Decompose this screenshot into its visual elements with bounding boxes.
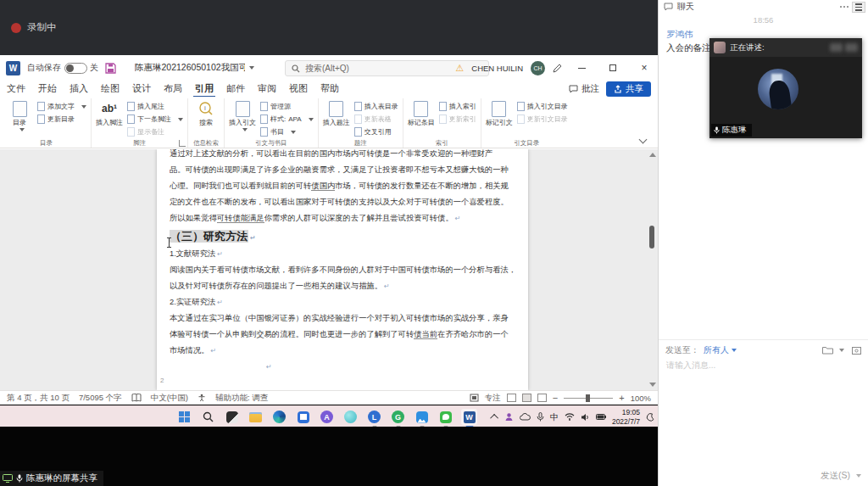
tray-cloud-icon[interactable]: [520, 413, 531, 421]
menu-tab-插入[interactable]: 插入: [70, 82, 88, 95]
zoom-out-button[interactable]: −: [553, 393, 558, 403]
participant-name-tag: 陈惠琳: [711, 124, 752, 137]
next-footnote-button[interactable]: 下一条脚注: [127, 115, 183, 124]
insert-index-button[interactable]: 插入索引: [439, 102, 476, 111]
menu-tab-文件[interactable]: 文件: [7, 82, 25, 95]
insert-table-of-figures-button[interactable]: 插入表目录: [354, 102, 398, 111]
zoom-slider-thumb[interactable]: [586, 394, 590, 402]
send-button[interactable]: 发送(S): [821, 470, 850, 482]
manage-sources-button[interactable]: 管理源: [260, 102, 314, 111]
print-layout-icon[interactable]: [522, 394, 531, 402]
chat-input[interactable]: 请输入消息...: [666, 360, 715, 371]
insert-citation-button[interactable]: 插入引文: [229, 99, 256, 138]
send-file-button[interactable]: [822, 346, 844, 355]
research-search-button[interactable]: i 搜索: [192, 99, 220, 138]
save-icon[interactable]: [105, 63, 116, 74]
accessibility-status[interactable]: 辅助功能: 调查: [215, 393, 268, 404]
menu-tab-邮件[interactable]: 邮件: [226, 82, 245, 95]
chat-more-icon[interactable]: [840, 6, 849, 8]
insert-footnote-button[interactable]: ab¹插入脚注: [96, 99, 123, 138]
wifi-icon[interactable]: [565, 413, 575, 421]
zoom-slider[interactable]: [564, 398, 613, 399]
account-avatar[interactable]: CH: [531, 61, 545, 75]
send-options-icon[interactable]: [856, 474, 861, 478]
title-dropdown-icon[interactable]: [249, 66, 254, 70]
collapse-ribbon-icon[interactable]: [639, 136, 648, 144]
bibliography-button[interactable]: 书目: [260, 127, 314, 137]
app-icon-teal[interactable]: [342, 409, 359, 425]
proofing-icon[interactable]: [131, 394, 142, 402]
scroll-down-icon[interactable]: [649, 383, 656, 387]
share-button[interactable]: 共享: [606, 81, 651, 97]
zoom-in-button[interactable]: +: [619, 393, 624, 403]
insert-table-of-authorities-button[interactable]: 插入引文目录: [517, 102, 568, 111]
chat-sender-name[interactable]: 罗鸿伟: [666, 29, 693, 41]
wechat-icon[interactable]: [437, 409, 453, 425]
toc-button[interactable]: 目录: [6, 99, 33, 138]
restore-button[interactable]: [601, 56, 625, 80]
document-area[interactable]: 通过对上述文献的分析，可以看出在目前的国内市场内可转债是一个非常受欢迎的一种理财…: [0, 149, 658, 390]
word-count[interactable]: 7/5095 个字: [79, 393, 122, 404]
zoom-level[interactable]: 100%: [631, 394, 651, 403]
account-name[interactable]: CHEN HUILIN: [471, 64, 523, 73]
battery-icon[interactable]: [596, 414, 606, 420]
photos-icon[interactable]: [414, 409, 430, 425]
app-icon-green-g[interactable]: G: [390, 409, 406, 425]
file-explorer-icon[interactable]: [248, 409, 264, 425]
clock[interactable]: 19:05 2022/7/7: [612, 408, 640, 426]
mark-citation-button[interactable]: 标记引文: [486, 99, 513, 138]
tray-person-icon[interactable]: [504, 412, 514, 422]
document-title[interactable]: 陈惠琳202126050102我国可转债市场...: [135, 62, 245, 74]
citation-style-select[interactable]: 样式:APA: [260, 115, 314, 124]
cross-reference-button[interactable]: 交叉引用: [354, 127, 398, 137]
word-taskbar-icon[interactable]: W: [461, 409, 477, 425]
read-mode-icon[interactable]: [507, 394, 516, 402]
app-icon-purple[interactable]: A: [319, 409, 335, 425]
menu-tab-引用[interactable]: 引用: [195, 82, 214, 95]
update-toc-button[interactable]: 更新目录: [37, 115, 86, 124]
menu-tab-帮助[interactable]: 帮助: [320, 82, 339, 95]
screenshot-icon[interactable]: [852, 346, 861, 355]
vertical-scrollbar[interactable]: [648, 149, 657, 390]
close-button[interactable]: ×: [632, 56, 656, 80]
tray-chevron-up-icon[interactable]: [490, 414, 498, 422]
task-view-button[interactable]: [224, 409, 240, 425]
menu-tab-视图[interactable]: 视图: [289, 82, 308, 95]
layout-toggle-icon[interactable]: [852, 2, 865, 13]
minimize-button[interactable]: [570, 56, 593, 80]
insert-endnote-button[interactable]: 插入尾注: [127, 102, 183, 111]
scroll-up-icon[interactable]: [649, 153, 656, 157]
notification-moon-icon[interactable]: [646, 413, 654, 422]
insert-caption-button[interactable]: 插入题注: [323, 99, 350, 138]
participant-mic-icon: [714, 126, 720, 134]
search-button[interactable]: [200, 409, 216, 425]
folder-icon: [822, 346, 833, 355]
warning-icon[interactable]: ⚠: [455, 63, 464, 74]
tray-mic-icon[interactable]: [537, 412, 544, 422]
web-layout-icon[interactable]: [537, 394, 547, 402]
language-indicator[interactable]: 中文(中国): [151, 393, 188, 404]
menu-tab-设计[interactable]: 设计: [132, 82, 151, 95]
menu-tab-审阅[interactable]: 审阅: [258, 82, 276, 95]
document-page[interactable]: 通过对上述文献的分析，可以看出在目前的国内市场内可转债是一个非常受欢迎的一种理财…: [157, 149, 528, 390]
volume-icon[interactable]: [581, 413, 590, 422]
menu-tab-绘图[interactable]: 绘图: [101, 82, 120, 95]
update-table-button: 更新表格: [354, 115, 398, 124]
menu-tab-开始[interactable]: 开始: [38, 82, 57, 95]
mark-entry-button[interactable]: 标记条目: [408, 99, 435, 138]
menu-tab-布局[interactable]: 布局: [164, 82, 182, 95]
autosave-toggle[interactable]: [64, 63, 87, 74]
video-overlay-window[interactable]: 正在讲述: 陈惠琳: [709, 38, 862, 138]
pencil-icon[interactable]: [553, 64, 562, 73]
comments-button[interactable]: 批注: [569, 83, 599, 95]
send-to-select[interactable]: 所有人: [704, 344, 737, 356]
page-info[interactable]: 第 4 页，共 10 页: [7, 393, 70, 404]
app-icon-blue-l[interactable]: L: [366, 409, 382, 425]
ime-indicator[interactable]: 中: [550, 411, 559, 423]
store-icon[interactable]: [295, 409, 311, 425]
add-text-button[interactable]: 添加文字: [37, 102, 86, 111]
scrollbar-thumb[interactable]: [649, 226, 654, 249]
focus-mode-button[interactable]: 专注: [485, 393, 501, 404]
start-button[interactable]: [176, 409, 192, 425]
edge-icon[interactable]: [271, 409, 287, 425]
